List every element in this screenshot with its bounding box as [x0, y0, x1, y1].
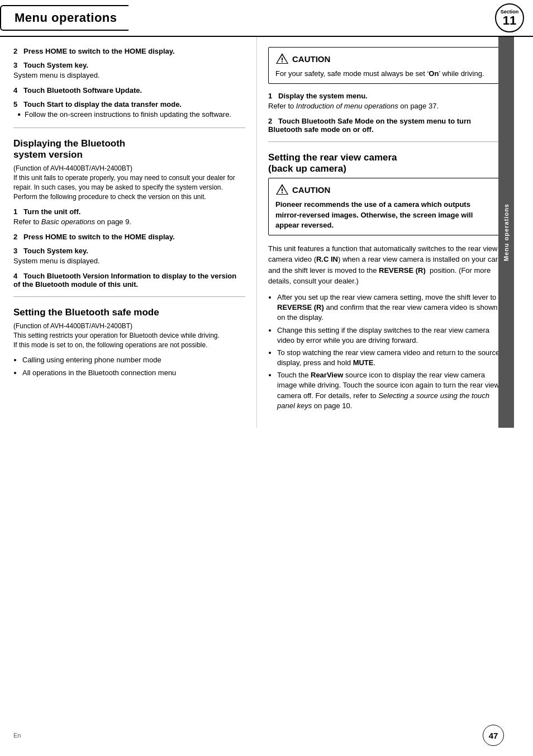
caution-box-2: CAUTION Pioneer recommends the use of a …: [268, 178, 503, 235]
rear-camera-bullets: After you set up the rear view camera se…: [277, 292, 503, 411]
section-safe-mode-heading: Setting the Bluetooth safe mode: [13, 307, 245, 318]
caution-icon-1: [275, 52, 289, 65]
step-3a: 3 Touch System key. System menu is displ…: [13, 61, 245, 81]
section-badge: Section 11: [495, 3, 524, 32]
sm-step-1-title: 1 Display the system menu.: [268, 92, 503, 100]
divider-3: [268, 141, 503, 142]
svg-rect-3: [282, 192, 283, 193]
section-bluetooth-version-intro: (Function of AVH-4400BT/AVH-2400BT) If t…: [13, 164, 245, 201]
caution-2-text: Pioneer recommends the use of a camera w…: [275, 200, 496, 230]
content-area: 2 Press HOME to switch to the HOME displ…: [0, 37, 533, 428]
step-3a-body: System menu is displayed.: [13, 70, 245, 81]
bt-step-1-body: Refer to Basic operations on page 9.: [13, 217, 245, 227]
step-2a-title: 2 Press HOME to switch to the HOME displ…: [13, 47, 245, 55]
safe-mode-bullet-2: All operations in the Bluetooth connecti…: [22, 368, 245, 378]
rear-camera-bullet-3: To stop watching the rear view camera vi…: [277, 348, 503, 368]
sm-step-1: 1 Display the system menu. Refer to Intr…: [268, 92, 503, 111]
svg-rect-2: [282, 188, 283, 191]
step-5a-title: 5 Touch Start to display the data transf…: [13, 100, 245, 108]
page-title: Menu operations: [0, 5, 129, 31]
bt-step-2: 2 Press HOME to switch to the HOME displ…: [13, 233, 245, 241]
section-safe-mode-intro: (Function of AVH-4400BT/AVH-2400BT) This…: [13, 322, 245, 349]
step-4a: 4 Touch Bluetooth Software Update.: [13, 86, 245, 94]
bt-step-3-body: System menu is displayed.: [13, 256, 245, 266]
caution-1-text: For your safety, safe mode must always b…: [275, 69, 496, 79]
left-column: 2 Press HOME to switch to the HOME displ…: [0, 37, 257, 428]
sm-step-2-title: 2 Touch Bluetooth Safe Mode on the syste…: [268, 117, 503, 134]
right-column: CAUTION For your safety, safe mode must …: [257, 37, 514, 428]
sidebar-tab: Menu operations: [498, 37, 514, 428]
footer-lang: En: [13, 732, 21, 739]
bt-step-1: 1 Turn the unit off. Refer to Basic oper…: [13, 207, 245, 227]
caution-2-label: CAUTION: [292, 185, 330, 195]
step-5a: 5 Touch Start to display the data transf…: [13, 100, 245, 120]
section-number: 11: [503, 15, 516, 27]
step-3a-title: 3 Touch System key.: [13, 61, 245, 69]
rear-camera-bullet-1: After you set up the rear view camera se…: [277, 292, 503, 323]
step-5a-bullet-1: Follow the on-screen instructions to fin…: [18, 110, 245, 120]
safe-mode-bullet-1: Calling using entering phone number mode: [22, 355, 245, 365]
caution-icon-2: [275, 183, 289, 196]
caution-1-header: CAUTION: [275, 52, 496, 65]
page-footer: En 47: [0, 725, 517, 746]
bt-step-4: 4 Touch Bluetooth Version Information to…: [13, 272, 245, 289]
bt-step-4-title: 4 Touch Bluetooth Version Information to…: [13, 272, 245, 289]
divider-1: [13, 127, 245, 128]
footer-page-number: 47: [483, 725, 504, 746]
svg-rect-0: [282, 58, 283, 60]
bt-step-2-title: 2 Press HOME to switch to the HOME displ…: [13, 233, 245, 241]
section-rear-camera-heading: Setting the rear view camera(back up cam…: [268, 152, 503, 174]
caution-2-header: CAUTION: [275, 183, 496, 196]
rear-camera-bullet-4: Touch the RearView source icon to displa…: [277, 370, 503, 411]
sidebar-tab-text: Menu operations: [503, 204, 510, 261]
svg-rect-1: [282, 62, 283, 63]
bt-step-1-title: 1 Turn the unit off.: [13, 207, 245, 216]
safe-mode-bullets: Calling using entering phone number mode…: [22, 355, 245, 377]
caution-1-label: CAUTION: [292, 54, 330, 64]
divider-2: [13, 296, 245, 297]
section-bluetooth-version-heading: Displaying the Bluetoothsystem version: [13, 138, 245, 160]
page-wrapper: Menu operations Section 11 2 Press HOME …: [0, 0, 533, 756]
step-5a-bullets: Follow the on-screen instructions to fin…: [18, 110, 245, 120]
header-bar: Menu operations Section 11: [0, 0, 533, 37]
bt-step-3: 3 Touch System key. System menu is displ…: [13, 247, 245, 266]
caution-box-1: CAUTION For your safety, safe mode must …: [268, 47, 503, 84]
sm-step-1-body: Refer to Introduction of menu operations…: [268, 101, 503, 111]
rear-camera-intro: This unit features a function that autom…: [268, 243, 503, 287]
rear-camera-bullet-2: Change this setting if the display switc…: [277, 325, 503, 346]
bt-step-3-title: 3 Touch System key.: [13, 247, 245, 255]
step-4a-title: 4 Touch Bluetooth Software Update.: [13, 86, 245, 94]
sm-step-2: 2 Touch Bluetooth Safe Mode on the syste…: [268, 117, 503, 134]
step-2a: 2 Press HOME to switch to the HOME displ…: [13, 47, 245, 55]
